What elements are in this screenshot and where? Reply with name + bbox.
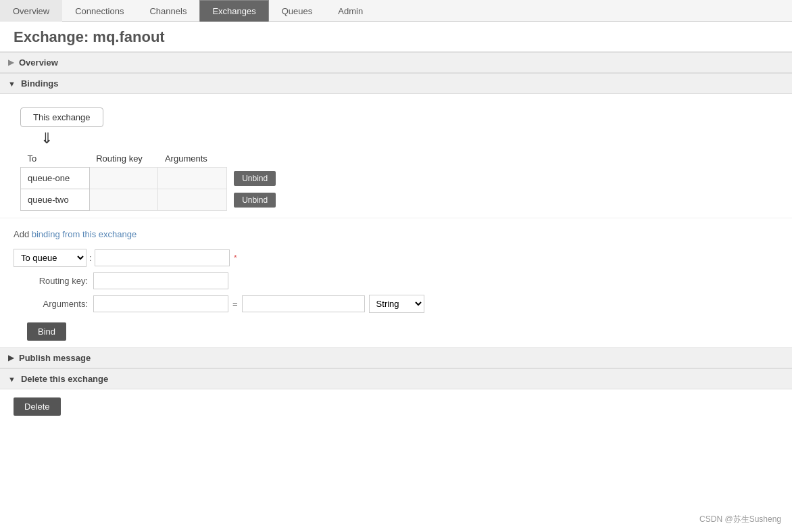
- arguments-cell: [158, 168, 227, 189]
- arguments-label: Arguments:: [14, 299, 88, 309]
- routing-key-input[interactable]: [93, 272, 228, 289]
- action-cell: Unbind: [227, 189, 291, 211]
- unbind-button[interactable]: Unbind: [234, 193, 276, 208]
- routing-key-cell: [89, 189, 158, 211]
- required-star: *: [234, 253, 237, 263]
- page-title: Exchange: mq.fanout: [0, 22, 792, 52]
- colon-label: :: [89, 253, 92, 263]
- bind-button[interactable]: Bind: [27, 322, 66, 341]
- arguments-key-input[interactable]: [93, 295, 228, 312]
- add-binding-title: Add binding from this exchange: [14, 229, 778, 239]
- col-arguments: Arguments: [158, 150, 227, 168]
- tab-channels[interactable]: Channels: [137, 0, 199, 22]
- bindings-table: To Routing key Arguments queue-oneUnbind…: [20, 150, 291, 211]
- col-to: To: [21, 150, 90, 168]
- tab-admin[interactable]: Admin: [325, 0, 376, 22]
- delete-exchange-section-header[interactable]: ▼ Delete this exchange: [0, 368, 792, 389]
- bindings-content: This exchange ⇓ To Routing key Arguments…: [0, 94, 792, 218]
- destination-select[interactable]: To queue To exchange: [14, 249, 86, 267]
- delete-arrow-icon: ▼: [8, 375, 16, 383]
- tab-queues[interactable]: Queues: [269, 0, 326, 22]
- overview-arrow-icon: ▶: [8, 58, 14, 67]
- add-binding-section: Add binding from this exchange To queue …: [0, 218, 792, 347]
- exchange-box: This exchange: [20, 107, 103, 127]
- overview-section-header[interactable]: ▶ Overview: [0, 52, 792, 73]
- tab-connections[interactable]: Connections: [62, 0, 137, 22]
- delete-exchange-section: ▼ Delete this exchange Delete: [0, 368, 792, 424]
- equals-icon: =: [232, 299, 238, 309]
- routing-key-row: Routing key:: [14, 272, 778, 289]
- col-action: [227, 150, 291, 168]
- unbind-button[interactable]: Unbind: [234, 171, 276, 186]
- bindings-section: ▼ Bindings This exchange ⇓ To Routing ke…: [0, 73, 792, 218]
- overview-section: ▶ Overview: [0, 52, 792, 73]
- tab-exchanges[interactable]: Exchanges: [199, 0, 268, 22]
- table-row: queue-twoUnbind: [21, 189, 291, 211]
- col-routing-key: Routing key: [89, 150, 158, 168]
- arguments-row: Arguments: = String Number Boolean: [14, 295, 778, 313]
- routing-key-cell: [89, 168, 158, 189]
- delete-exchange-label: Delete this exchange: [21, 374, 108, 384]
- bindings-section-header[interactable]: ▼ Bindings: [0, 73, 792, 94]
- queue-name-input[interactable]: [95, 249, 230, 266]
- arguments-value-input[interactable]: [242, 295, 365, 312]
- table-row: queue-oneUnbind: [21, 168, 291, 189]
- destination-row: To queue To exchange : *: [14, 249, 778, 267]
- queue-name-cell: queue-one: [21, 168, 90, 189]
- arguments-type-select[interactable]: String Number Boolean: [369, 295, 424, 313]
- bindings-arrow-icon: ▼: [8, 80, 16, 88]
- overview-label: Overview: [19, 57, 58, 68]
- publish-message-section: ▶ Publish message: [0, 347, 792, 368]
- arguments-cell: [158, 189, 227, 211]
- publish-arrow-icon: ▶: [8, 354, 14, 362]
- nav-tabs: Overview Connections Channels Exchanges …: [0, 0, 792, 22]
- publish-message-section-header[interactable]: ▶ Publish message: [0, 347, 792, 368]
- delete-button[interactable]: Delete: [14, 397, 61, 416]
- routing-key-label: Routing key:: [14, 276, 88, 286]
- publish-message-label: Publish message: [19, 353, 91, 363]
- queue-name-cell: queue-two: [21, 189, 90, 211]
- tab-overview[interactable]: Overview: [0, 0, 62, 22]
- action-cell: Unbind: [227, 168, 291, 189]
- flow-arrow-icon: ⇓: [41, 130, 778, 147]
- bindings-label: Bindings: [21, 78, 59, 89]
